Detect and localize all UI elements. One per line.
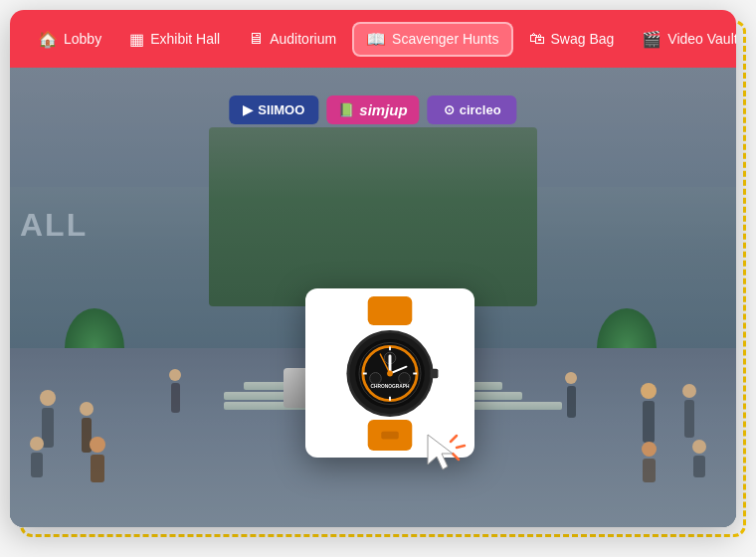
person-head-9 [169, 369, 181, 381]
nav-item-video-vault[interactable]: 🎬 Video Vault [630, 24, 736, 55]
circleo-icon: ⊙ [444, 102, 455, 117]
svg-rect-2 [381, 431, 398, 439]
nav-label-scavenger: Scavenger Hunts [392, 31, 498, 47]
person-body-8 [643, 459, 656, 482]
cursor-sparkle [413, 420, 472, 479]
svg-rect-0 [368, 296, 413, 325]
scavenger-icon: 📖 [366, 30, 386, 49]
video-icon: 🎬 [642, 30, 662, 49]
nav-label-video: Video Vault [667, 31, 736, 47]
circleo-label: circleo [460, 102, 501, 117]
person-head-2 [80, 402, 94, 416]
nav-label-auditorium: Auditorium [270, 31, 336, 47]
person-head-10 [565, 372, 577, 384]
home-icon: 🏠 [38, 30, 58, 49]
svg-rect-19 [431, 368, 439, 378]
nav-label-lobby: Lobby [64, 31, 101, 47]
scene-background: ALL ▶ SIIMOO 📗 simjup ⊙ circleo [10, 68, 736, 527]
person-head-3 [30, 437, 44, 451]
nav-item-auditorium[interactable]: 🖥 Auditorium [236, 24, 348, 54]
nav-item-lobby[interactable]: 🏠 Lobby [26, 24, 113, 55]
simjup-label: simjup [359, 101, 407, 118]
navbar: 🏠 Lobby ▦ Exhibit Hall 🖥 Auditorium 📖 Sc… [10, 10, 736, 68]
nav-item-exhibit-hall[interactable]: ▦ Exhibit Hall [117, 24, 232, 55]
person-figure-7 [692, 440, 706, 477]
nav-item-swag-bag[interactable]: 🛍 Swag Bag [517, 24, 627, 54]
person-body-3 [31, 453, 43, 477]
hall-text: ALL [20, 207, 88, 244]
nav-label-swag: Swag Bag [551, 31, 615, 47]
person-body-10 [567, 386, 576, 418]
svg-text:CHRONOGRAPH: CHRONOGRAPH [371, 384, 410, 389]
banner-siimoo[interactable]: ▶ SIIMOO [229, 95, 318, 124]
person-body-4 [91, 455, 104, 482]
person-head-1 [40, 390, 56, 406]
person-body-5 [684, 400, 694, 438]
auditorium-icon: 🖥 [248, 30, 264, 48]
svg-point-14 [399, 372, 411, 384]
siimoo-icon: ▶ [243, 102, 253, 117]
person-figure-9 [169, 369, 181, 413]
exhibit-icon: ▦ [129, 30, 144, 49]
person-figure-6 [641, 383, 657, 443]
banner-simjup[interactable]: 📗 simjup [326, 95, 419, 124]
nav-label-exhibit: Exhibit Hall [150, 31, 220, 47]
svg-line-23 [453, 454, 459, 460]
person-body-6 [643, 401, 655, 443]
person-figure-5 [682, 384, 696, 438]
swag-icon: 🛍 [529, 30, 545, 48]
person-figure-4 [90, 437, 105, 482]
person-body-9 [171, 383, 180, 413]
svg-line-22 [457, 446, 465, 448]
person-figure-8 [642, 442, 657, 482]
svg-point-13 [370, 372, 382, 384]
main-card: 🏠 Lobby ▦ Exhibit Hall 🖥 Auditorium 📖 Sc… [10, 10, 736, 527]
person-head-7 [692, 440, 706, 454]
siimoo-label: SIIMOO [258, 102, 304, 117]
person-head-6 [641, 383, 657, 399]
person-head-4 [90, 437, 105, 453]
cursor-container [413, 420, 472, 479]
svg-point-18 [387, 370, 393, 376]
banners-area: ▶ SIIMOO 📗 simjup ⊙ circleo [229, 95, 516, 124]
person-head-5 [682, 384, 696, 398]
svg-line-21 [451, 436, 457, 442]
person-figure-3 [30, 437, 44, 477]
svg-marker-24 [428, 435, 453, 469]
simjup-icon: 📗 [338, 102, 354, 117]
banner-circleo[interactable]: ⊙ circleo [428, 95, 517, 124]
person-body-7 [693, 456, 705, 477]
person-head-8 [642, 442, 657, 457]
person-figure-10 [565, 372, 577, 418]
nav-item-scavenger[interactable]: 📖 Scavenger Hunts [352, 22, 512, 57]
